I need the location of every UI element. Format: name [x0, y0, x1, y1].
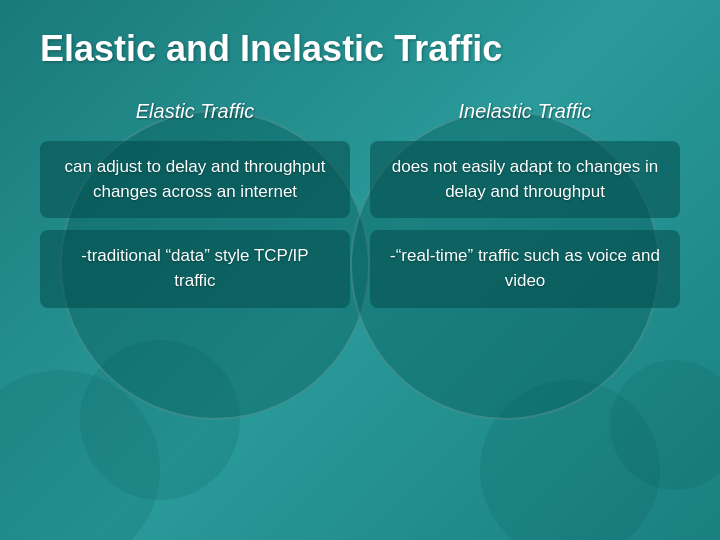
elastic-header: Elastic Traffic — [136, 100, 255, 123]
page: Elastic and Inelastic Traffic Elastic Tr… — [0, 0, 720, 540]
elastic-block-1: can adjust to delay and throughput chang… — [40, 141, 350, 218]
inelastic-column: Inelastic Traffic does not easily adapt … — [370, 100, 680, 510]
elastic-column: Elastic Traffic can adjust to delay and … — [40, 100, 350, 510]
content-area: Elastic Traffic can adjust to delay and … — [40, 100, 680, 510]
columns: Elastic Traffic can adjust to delay and … — [40, 100, 680, 510]
elastic-block-2: -traditional “data” style TCP/IP traffic — [40, 230, 350, 307]
inelastic-block-2: -“real-time” traffic such as voice and v… — [370, 230, 680, 307]
inelastic-block-1: does not easily adapt to changes in dela… — [370, 141, 680, 218]
inelastic-header: Inelastic Traffic — [459, 100, 592, 123]
page-title: Elastic and Inelastic Traffic — [40, 0, 680, 100]
